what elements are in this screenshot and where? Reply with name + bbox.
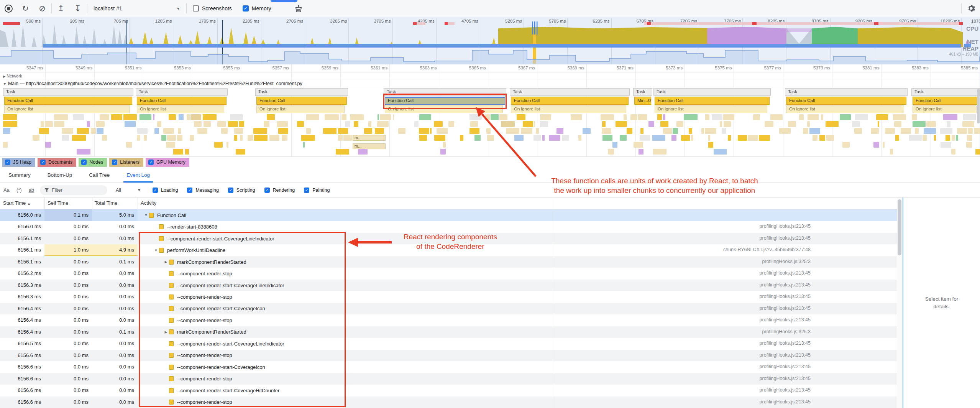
load-profile-icon[interactable]: ↥ (53, 0, 69, 17)
flame-detail-bar[interactable] (227, 142, 228, 148)
source-location-link[interactable]: profilingHooks.js:213:45 (760, 235, 811, 241)
flame-detail-bar[interactable] (460, 135, 463, 141)
source-location-link[interactable]: profilingHooks.js:213:45 (760, 282, 811, 288)
flame-detail-bar[interactable] (419, 128, 429, 134)
flame-detail-bar[interactable] (821, 114, 823, 120)
flame-detail-bar[interactable] (571, 114, 582, 120)
flame-detail-bar[interactable] (77, 128, 89, 134)
flame-detail-bar[interactable] (562, 135, 569, 141)
flame-detail-bar[interactable] (885, 128, 895, 134)
source-location-link[interactable]: profilingHooks.js:213:45 (760, 376, 811, 381)
flame-detail-bar[interactable] (197, 128, 207, 134)
category-checkbox[interactable]: ✓ (228, 188, 233, 193)
source-location-link[interactable]: profilingHooks.js:325:3 (762, 259, 811, 264)
flame-m-bar[interactable]: m... (353, 143, 386, 149)
flame-detail-bar[interactable] (534, 121, 535, 127)
flame-detail-bar[interactable] (660, 121, 668, 127)
screenshots-checkbox[interactable] (193, 5, 199, 12)
ignore-list-bar[interactable]: On ignore list (913, 105, 977, 113)
flame-detail-bar[interactable] (657, 114, 662, 120)
column-header-activity[interactable]: Activity (141, 200, 156, 206)
flame-detail-bar[interactable] (123, 114, 137, 120)
flame-detail-bar[interactable] (111, 114, 122, 120)
flame-detail-bar[interactable] (161, 135, 166, 141)
flame-detail-bar[interactable] (448, 121, 454, 127)
function-call-bar[interactable]: Function Call (786, 97, 906, 105)
flame-detail-bar[interactable] (167, 135, 176, 141)
table-row[interactable]: 6156.2 ms0.0 ms0.0 ms--component-render-… (0, 268, 897, 279)
flame-detail-bar[interactable] (440, 149, 446, 155)
flame-detail-bar[interactable] (306, 114, 319, 120)
flame-detail-bar[interactable] (924, 128, 936, 134)
flame-detail-bar[interactable] (62, 135, 69, 141)
flame-detail-bar[interactable] (808, 114, 819, 120)
flame-detail-bar[interactable] (855, 114, 868, 120)
settings-gear-icon[interactable] (967, 4, 975, 13)
flame-detail-bar[interactable] (204, 121, 211, 127)
flame-detail-bar[interactable] (297, 121, 304, 127)
flame-detail-bar[interactable] (375, 128, 384, 134)
flame-detail-bar[interactable] (163, 128, 174, 134)
flame-detail-bar[interactable] (137, 135, 140, 141)
flame-detail-bar[interactable] (419, 114, 431, 120)
flame-detail-bar[interactable] (681, 135, 690, 141)
table-row[interactable]: 6156.4 ms0.0 ms0.1 ms▶markComponentRende… (0, 326, 897, 338)
tab-call-tree[interactable]: Call Tree (80, 168, 118, 183)
flame-detail-bar[interactable] (915, 128, 919, 134)
flame-detail-bar[interactable] (534, 135, 541, 141)
flame-detail-bar[interactable] (759, 135, 770, 141)
flame-detail-bar[interactable] (73, 114, 84, 120)
table-row[interactable]: 6156.0 ms0.1 ms5.0 ms▼Function Call (0, 209, 897, 221)
source-location-link[interactable]: profilingHooks.js:213:45 (760, 387, 811, 393)
flame-detail-bar[interactable] (852, 121, 860, 127)
flame-detail-bar[interactable] (963, 114, 976, 120)
flame-detail-bar[interactable] (100, 114, 109, 120)
cell-activity[interactable]: ▼Function Call (138, 209, 897, 221)
flame-detail-bar[interactable] (126, 142, 132, 148)
flame-detail-bar[interactable] (602, 128, 611, 134)
flame-detail-bar[interactable] (517, 114, 525, 120)
category-checkbox[interactable]: ✓ (187, 188, 192, 193)
flame-detail-bar[interactable] (185, 149, 189, 155)
ignore-list-bar[interactable]: On ignore list (786, 105, 904, 113)
flame-detail-bar[interactable] (689, 128, 692, 134)
flame-detail-bar[interactable] (240, 135, 243, 141)
flame-detail-bar[interactable] (190, 135, 194, 141)
flame-detail-bar[interactable] (627, 128, 632, 134)
flame-detail-bar[interactable] (282, 135, 287, 141)
flame-detail-bar[interactable] (338, 135, 343, 141)
flame-detail-bar[interactable] (923, 135, 927, 141)
flame-detail-bar[interactable] (72, 135, 86, 141)
task-bar[interactable]: Task (510, 88, 630, 96)
flame-detail-bar[interactable] (264, 121, 269, 127)
flame-detail-bar[interactable] (398, 128, 405, 134)
expand-arrow-icon[interactable]: ▼ (153, 248, 159, 252)
source-location-link[interactable]: chunk-RY6NLCXT.js?v=45b65f6b:377:48 (723, 247, 811, 252)
flame-detail-bar[interactable] (190, 114, 201, 120)
expand-arrow-icon[interactable]: ▼ (143, 213, 149, 217)
flame-detail-bar[interactable] (414, 121, 419, 127)
table-row[interactable]: 6156.6 ms0.0 ms0.0 ms--component-render-… (0, 361, 897, 373)
function-call-bar[interactable]: Function Call (655, 97, 770, 105)
flame-detail-bar[interactable] (779, 128, 791, 134)
flame-detail-bar[interactable] (724, 121, 731, 127)
category-checkbox[interactable]: ✓ (153, 188, 158, 193)
flame-detail-bar[interactable] (770, 114, 783, 120)
flame-detail-bar[interactable] (676, 121, 683, 127)
flame-detail-bar[interactable] (723, 114, 734, 120)
flame-detail-bar[interactable] (975, 149, 980, 155)
flame-detail-bar[interactable] (269, 135, 279, 141)
function-call-bar[interactable]: Function Call (511, 97, 629, 105)
flame-detail-bar[interactable] (254, 135, 268, 141)
flame-detail-bar[interactable] (157, 121, 161, 127)
flame-detail-bar[interactable] (368, 121, 371, 127)
flame-detail-bar[interactable] (909, 135, 922, 141)
task-bar[interactable]: Task (653, 88, 771, 96)
ignore-list-bar[interactable]: On ignore list (655, 105, 767, 113)
regex-toggle[interactable]: (*) (16, 187, 22, 193)
table-row[interactable]: 6156.6 ms0.0 ms0.0 ms--component-render-… (0, 350, 897, 361)
flame-detail-bar[interactable] (966, 142, 972, 148)
flame-detail-bar[interactable] (125, 121, 136, 127)
flame-detail-bar[interactable] (499, 114, 507, 120)
flame-detail-bar[interactable] (234, 128, 243, 134)
